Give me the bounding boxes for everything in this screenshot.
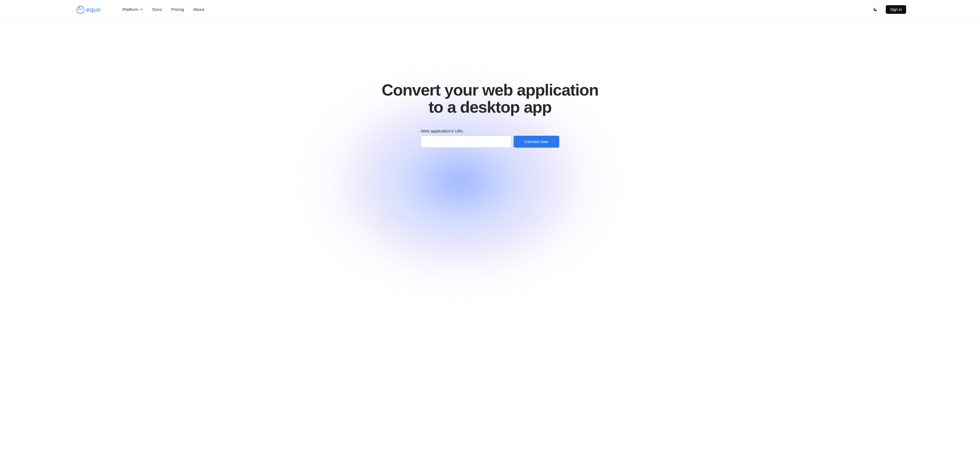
form-row: Convert now (421, 136, 559, 148)
nav-pricing[interactable]: Pricing (171, 7, 184, 12)
sign-in-button[interactable]: Sign in (886, 5, 906, 14)
nav-docs-label: Docs (153, 7, 162, 12)
nav-pricing-label: Pricing (171, 7, 184, 12)
convert-form: Web application's URL: Convert now (421, 129, 559, 148)
moon-icon (873, 7, 878, 12)
convert-button[interactable]: Convert now (514, 136, 559, 148)
hero-content: Convert your web application to a deskto… (382, 81, 598, 148)
nav-platform-label: Platform (123, 7, 138, 12)
nav-docs[interactable]: Docs (153, 7, 162, 12)
convert-button-label: Convert now (525, 139, 548, 144)
url-input[interactable] (421, 136, 511, 148)
nav-platform[interactable]: Platform (123, 7, 143, 12)
header-right: Sign in (872, 5, 906, 14)
svg-text:equo: equo (86, 6, 101, 13)
header: equo Platform Docs Pricing About (0, 0, 980, 19)
header-left: equo Platform Docs Pricing About (11, 5, 204, 14)
chevron-down-icon (140, 8, 143, 11)
logo-svg: equo (76, 5, 113, 14)
theme-toggle[interactable] (872, 6, 879, 13)
hero-section: Convert your web application to a deskto… (0, 19, 980, 456)
nav: Platform Docs Pricing About (123, 7, 204, 12)
nav-about-label: About (193, 7, 204, 12)
hero-title-line1: Convert your web application (382, 81, 598, 99)
hero-title-line2: to a desktop app (429, 98, 552, 116)
hero-title: Convert your web application to a deskto… (382, 81, 598, 116)
svg-point-0 (77, 6, 84, 14)
sign-in-label: Sign in (890, 7, 902, 12)
logo[interactable]: equo (76, 5, 113, 14)
nav-about[interactable]: About (193, 7, 204, 12)
url-input-label: Web application's URL: (421, 129, 465, 133)
